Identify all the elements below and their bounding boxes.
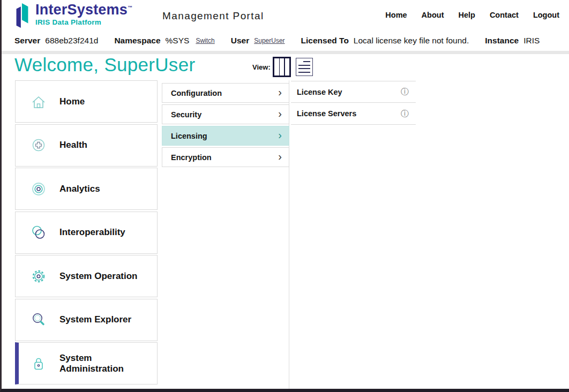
system-explorer-icon [30,311,47,328]
licensing-submenu: License Key ⓘ License Servers ⓘ [291,81,416,125]
brand-subtitle: IRIS Data Platform [35,18,132,26]
nav-link-logout[interactable]: Logout [533,11,559,19]
management-portal-window: InterSystems™ IRIS Data Platform Managem… [0,0,569,392]
namespace-label: Namespace [114,36,160,46]
list-view-icon[interactable] [296,58,313,76]
sidebar-item-analytics[interactable]: Analytics [15,168,158,210]
sidebar-item-label: Home [59,96,85,107]
system-operation-icon [30,268,47,285]
sidebar-item-label: Analytics [59,184,100,194]
chevron-right-icon: › [278,108,282,119]
sidebar-item-label: Interoperability [59,227,125,238]
welcome-heading: Welcome, SuperUser [14,54,195,76]
licensed-to-label: Licensed To [301,36,349,46]
interoperability-icon [30,224,47,241]
submenu-item-licensing[interactable]: Licensing › [162,126,289,146]
instance-label: Instance [485,36,519,46]
server-label: Server [14,36,40,46]
header-nav: Home About Help Contact Logout [385,11,559,19]
user-label: User [231,36,249,46]
sidebar-item-health[interactable]: Health [15,124,158,167]
sidebar-item-label: System Administration [59,353,157,374]
licensed-to-value: Local license key file not found. [354,36,469,46]
brand-name: InterSystems [35,2,128,18]
chevron-right-icon: › [278,151,282,162]
submenu-item-label: Licensing [171,132,207,140]
columns-view-icon[interactable] [273,57,291,77]
view-label: View: [252,63,271,71]
submenu-item-label: License Key [297,88,342,96]
server-info-bar: Server 688eb23f241d Namespace %SYS Switc… [2,31,569,51]
info-icon[interactable]: ⓘ [401,109,409,119]
submenu-item-label: License Servers [297,109,356,118]
info-icon[interactable]: ⓘ [401,87,409,97]
sidebar-item-system-operation[interactable]: System Operation [15,255,158,297]
server-value: 688eb23f241d [45,36,98,46]
nav-link-help[interactable]: Help [458,11,475,19]
nav-link-home[interactable]: Home [385,11,407,19]
sidebar-item-label: System Explorer [59,314,131,325]
submenu-item-label: Security [171,110,201,119]
submenu-item-label: Configuration [171,89,222,97]
namespace-value: %SYS [166,36,190,46]
system-administration-icon [30,355,47,372]
sidebar-item-home[interactable]: Home [15,80,158,123]
submenu-item-license-servers[interactable]: License Servers ⓘ [291,103,416,125]
sidebar-item-label: System Operation [59,271,138,282]
instance-value: IRIS [523,36,540,46]
submenu-item-label: Encryption [171,153,212,162]
logo-text: InterSystems™ IRIS Data Platform [35,3,132,26]
chevron-right-icon: › [278,87,282,97]
sidebar-item-system-administration[interactable]: System Administration [15,342,158,385]
submenu-item-security[interactable]: Security › [162,104,289,124]
submenu-item-encryption[interactable]: Encryption › [162,147,289,167]
submenu-item-license-key[interactable]: License Key ⓘ [291,81,416,103]
nav-link-contact[interactable]: Contact [490,11,519,19]
intersystems-logo[interactable]: InterSystems™ IRIS Data Platform [13,3,132,28]
brand-trademark: ™ [128,5,132,10]
chevron-right-icon: › [278,130,282,140]
submenu-item-configuration[interactable]: Configuration › [162,83,289,103]
view-switcher: View: [252,57,313,77]
sidebar-item-label: Health [59,140,87,150]
intersystems-logo-icon [13,3,32,28]
administration-submenu: Configuration › Security › Licensing › E… [162,83,289,169]
main-menu: Home Health Analytics Interoperability [15,80,158,386]
switch-namespace-link[interactable]: Switch [196,37,214,44]
home-icon [30,93,47,110]
user-profile-link[interactable]: SuperUser [254,37,284,44]
top-header: InterSystems™ IRIS Data Platform Managem… [2,0,569,31]
nav-link-about[interactable]: About [422,11,444,19]
health-icon [30,137,47,154]
page-title: Management Portal [162,10,264,22]
analytics-icon [30,180,47,198]
sidebar-item-system-explorer[interactable]: System Explorer [15,299,158,341]
sidebar-item-interoperability[interactable]: Interoperability [15,212,158,254]
